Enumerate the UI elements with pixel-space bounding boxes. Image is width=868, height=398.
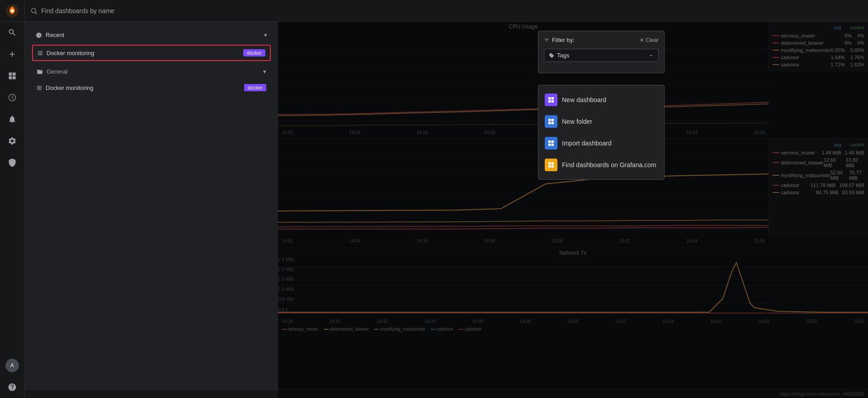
sidebar-item-create[interactable] — [0, 43, 25, 65]
dashboard-item-left-2: ⊞ Docker monitoring — [37, 84, 94, 91]
docker-tag-badge: docker — [243, 49, 265, 56]
filter-label: Filter by: — [552, 37, 575, 43]
topbar-search-area[interactable]: Find dashboards by name — [30, 7, 114, 14]
dashboard-item-name: Docker monitoring — [47, 50, 94, 56]
sidebar-bottom: A — [0, 355, 25, 398]
topbar: Find dashboards by name — [0, 0, 868, 22]
svg-line-4 — [35, 12, 37, 14]
topbar-search-label: Find dashboards by name — [41, 7, 114, 14]
tags-select-left: Tags — [549, 52, 569, 59]
sidebar-item-explore[interactable] — [0, 87, 25, 108]
topbar-search-icon — [30, 7, 38, 14]
tags-chevron-icon — [648, 53, 654, 58]
svg-point-3 — [32, 8, 36, 12]
dashboard-item-general-docker[interactable]: ⊞ Docker monitoring docker — [32, 80, 271, 95]
sidebar: A — [0, 0, 25, 398]
filter-header: Filter by: ✕ Clear — [544, 37, 659, 43]
import-dashboard-icon — [545, 137, 557, 150]
sidebar-item-avatar[interactable]: A — [0, 355, 25, 376]
dashboard-item-name-2: Docker monitoring — [46, 84, 94, 91]
context-menu-new-dashboard[interactable]: New dashboard — [538, 89, 664, 111]
context-menu: New dashboard New folder Import dashboar… — [538, 85, 665, 180]
charts-area: CPU Usage 14:52 14:54 14:56 14:58 15:00 … — [278, 22, 868, 398]
filter-clear-button[interactable]: ✕ Clear — [640, 37, 659, 43]
recent-label: Recent — [46, 32, 64, 38]
new-folder-label: New folder — [562, 118, 592, 125]
search-panel: Recent ▾ ⊞ Docker monitoring docker Gene… — [25, 22, 278, 398]
import-dashboard-label: Import dashboard — [562, 140, 612, 147]
sidebar-item-alerting[interactable] — [0, 108, 25, 130]
find-grafana-label: Find dashboards on Grafana.com — [562, 161, 656, 169]
new-dashboard-icon — [545, 94, 557, 106]
general-chevron-icon: ▾ — [263, 68, 266, 75]
filter-icon — [544, 37, 549, 43]
context-menu-new-folder[interactable]: New folder — [538, 111, 664, 132]
tags-label: Tags — [557, 52, 569, 59]
find-grafana-icon — [545, 159, 557, 171]
user-avatar: A — [5, 359, 19, 372]
general-folder-label: General — [47, 68, 67, 75]
sidebar-item-shield[interactable] — [0, 152, 25, 173]
dashboard-grid-icon: ⊞ — [38, 49, 43, 56]
dashboard-item-left: ⊞ Docker monitoring — [38, 49, 94, 56]
folder-icon — [37, 69, 43, 75]
svg-point-1 — [11, 9, 14, 12]
folder-header-general[interactable]: General ▾ — [32, 65, 271, 79]
clock-icon — [36, 32, 42, 38]
main-content: Recent ▾ ⊞ Docker monitoring docker Gene… — [25, 22, 868, 398]
tags-select-dropdown[interactable]: Tags — [544, 49, 659, 62]
recent-header[interactable]: Recent ▾ — [32, 29, 271, 41]
filter-panel: Filter by: ✕ Clear Tags — [538, 31, 665, 73]
clear-label: Clear — [646, 37, 659, 43]
recent-header-left: Recent — [36, 32, 64, 38]
recent-chevron-icon: ▾ — [264, 32, 267, 38]
docker-tag-badge-2: docker — [244, 84, 266, 91]
dashboard-grid-icon-2: ⊞ — [37, 84, 42, 91]
context-menu-find-grafana[interactable]: Find dashboards on Grafana.com — [538, 154, 664, 176]
new-dashboard-label: New dashboard — [562, 96, 606, 103]
sidebar-item-config[interactable] — [0, 130, 25, 152]
tag-icon — [549, 53, 554, 58]
folder-header-left: General — [37, 68, 67, 75]
sidebar-item-dashboards[interactable] — [0, 65, 25, 87]
filter-title: Filter by: — [544, 37, 575, 43]
background-overlay — [278, 22, 868, 398]
new-folder-icon — [545, 115, 557, 128]
clear-x: ✕ — [640, 37, 644, 43]
sidebar-item-search[interactable] — [0, 22, 25, 43]
context-menu-import-dashboard[interactable]: Import dashboard — [538, 132, 664, 154]
sidebar-logo[interactable] — [0, 0, 25, 22]
dashboard-item-recent-docker[interactable]: ⊞ Docker monitoring docker — [32, 45, 271, 61]
sidebar-item-help[interactable] — [0, 376, 25, 398]
